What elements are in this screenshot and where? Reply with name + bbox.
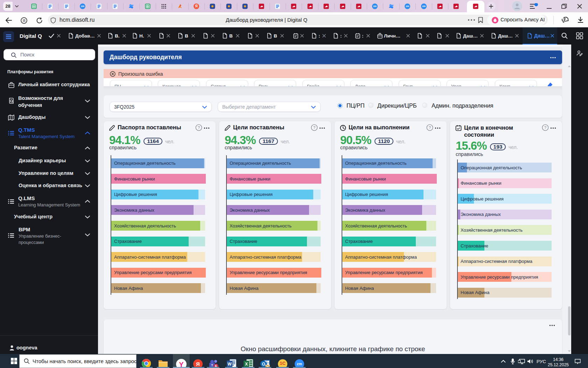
- svg-text:T: T: [211, 363, 213, 367]
- svg-text:X: X: [245, 362, 248, 367]
- svg-text:O: O: [262, 362, 265, 367]
- svg-text:?: ?: [313, 125, 315, 130]
- svg-text:W: W: [227, 362, 232, 367]
- svg-text:Я: Я: [23, 19, 26, 23]
- svg-text:?: ?: [544, 125, 546, 130]
- svg-text:?: ?: [198, 125, 200, 130]
- svg-text:?: ?: [429, 125, 431, 130]
